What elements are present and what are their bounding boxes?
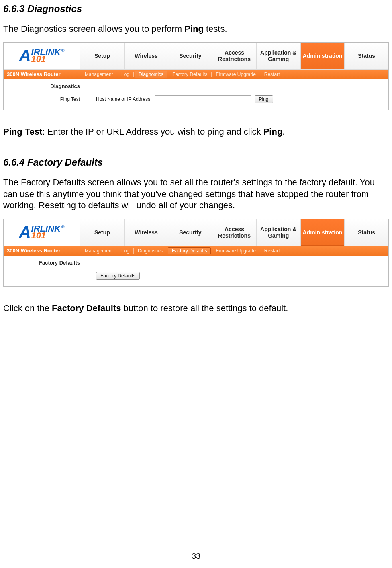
tab-administration[interactable]: Administration — [300, 219, 345, 246]
logo-line2: 101 — [31, 232, 65, 240]
device-name: 300N Wireless Router — [7, 71, 81, 77]
device-name: 300N Wireless Router — [7, 248, 81, 254]
tab-status[interactable]: Status — [344, 43, 388, 69]
main-nav-fd: A IRLINK® 101 Setup Wireless Security Ac… — [4, 219, 388, 246]
intro-bold: Ping — [184, 24, 204, 34]
tab-setup[interactable]: Setup — [80, 43, 124, 69]
subtab-log[interactable]: Log — [117, 72, 134, 77]
desc-bold: Factory Defaults — [52, 303, 121, 313]
desc-663: Ping Test: Enter the IP or URL Address y… — [3, 126, 389, 138]
logo-line2: 101 — [31, 55, 65, 63]
page-number: 33 — [0, 552, 392, 561]
section-heading-664: 6.6.4 Factory Defaults — [3, 157, 389, 168]
tab-application-gaming[interactable]: Application & Gaming — [256, 43, 300, 69]
diagnostics-content: Diagnostics Ping Test Host Name or IP Ad… — [4, 79, 388, 110]
logo-a: A — [19, 223, 31, 241]
subtab-restart[interactable]: Restart — [260, 72, 284, 77]
logo-r: ® — [61, 225, 64, 229]
logo-r: ® — [61, 48, 64, 53]
panel-title-factory-defaults: Factory Defaults — [4, 260, 80, 266]
tab-security[interactable]: Security — [168, 43, 212, 69]
tab-access-restrictions[interactable]: Access Restrictions — [212, 43, 256, 69]
subtab-firmware-upgrade[interactable]: Firmware Upgrade — [212, 248, 260, 254]
desc-mid: : Enter the IP or URL Address you wish t… — [42, 127, 263, 137]
ping-button[interactable]: Ping — [255, 95, 273, 103]
factory-defaults-screenshot: A IRLINK® 101 Setup Wireless Security Ac… — [3, 219, 389, 287]
tab-security[interactable]: Security — [168, 219, 212, 246]
main-nav: A IRLINK® 101 Setup Wireless Security Ac… — [4, 43, 388, 70]
logo: A IRLINK® 101 — [4, 219, 80, 246]
desc-post: button to restore all the settings to de… — [121, 303, 288, 313]
desc-bold1: Ping Test — [3, 127, 42, 137]
subtab-diagnostics[interactable]: Diagnostics — [134, 248, 167, 254]
subtab-factory-defaults[interactable]: Factory Defaults — [168, 247, 211, 254]
tab-access-restrictions[interactable]: Access Restrictions — [212, 219, 256, 246]
intro-pre: The Diagnostics screen allows you to per… — [3, 24, 184, 34]
subtab-restart[interactable]: Restart — [260, 248, 284, 254]
subtab-firmware-upgrade[interactable]: Firmware Upgrade — [212, 72, 260, 77]
desc-post: . — [282, 127, 285, 137]
subtab-diagnostics[interactable]: Diagnostics — [135, 71, 167, 78]
nav-tabs: Setup Wireless Security Access Restricti… — [80, 43, 388, 69]
subtab-management[interactable]: Management — [81, 72, 117, 77]
factory-defaults-content: Factory Defaults Factory Defaults — [4, 256, 388, 286]
desc-pre: Click on the — [3, 303, 52, 313]
subtab-factory-defaults[interactable]: Factory Defaults — [168, 72, 212, 77]
tab-wireless[interactable]: Wireless — [124, 43, 168, 69]
tab-setup[interactable]: Setup — [80, 219, 124, 246]
logo-a: A — [19, 47, 31, 65]
tab-administration[interactable]: Administration — [300, 43, 345, 69]
intro-post: tests. — [204, 24, 227, 34]
logo: A IRLINK® 101 — [4, 43, 80, 69]
subtab-log[interactable]: Log — [117, 248, 134, 254]
subtab-management[interactable]: Management — [81, 248, 117, 254]
field-label-host: Host Name or IP Address: — [96, 96, 152, 102]
intro-663: The Diagnostics screen allows you to per… — [3, 23, 389, 35]
panel-title-diagnostics: Diagnostics — [4, 83, 80, 89]
desc-664: Click on the Factory Defaults button to … — [3, 303, 389, 314]
tab-wireless[interactable]: Wireless — [124, 219, 168, 246]
tab-status[interactable]: Status — [344, 219, 388, 246]
host-ip-input[interactable] — [155, 95, 251, 103]
section-heading-663: 6.6.3 Diagnostics — [3, 3, 389, 14]
nav-tabs-fd: Setup Wireless Security Access Restricti… — [80, 219, 388, 246]
row-label-ping-test: Ping Test — [4, 96, 80, 102]
sub-nav: 300N Wireless Router Management Log Diag… — [4, 70, 388, 79]
tab-application-gaming[interactable]: Application & Gaming — [256, 219, 300, 246]
factory-defaults-button[interactable]: Factory Defaults — [96, 272, 140, 280]
intro-664: The Factory Defaults screen allows you t… — [3, 177, 389, 211]
sub-nav-fd: 300N Wireless Router Management Log Diag… — [4, 246, 388, 256]
desc-bold2: Ping — [263, 127, 283, 137]
diagnostics-screenshot: A IRLINK® 101 Setup Wireless Security Ac… — [3, 42, 389, 110]
